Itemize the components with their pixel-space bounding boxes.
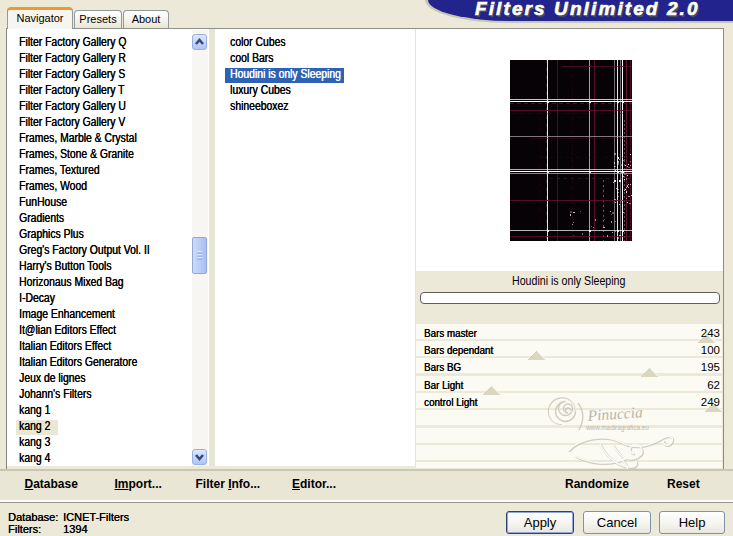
svg-text:Pinuccia: Pinuccia xyxy=(586,403,643,424)
svg-text:www.madiragrafica.eu: www.madiragrafica.eu xyxy=(585,424,649,432)
